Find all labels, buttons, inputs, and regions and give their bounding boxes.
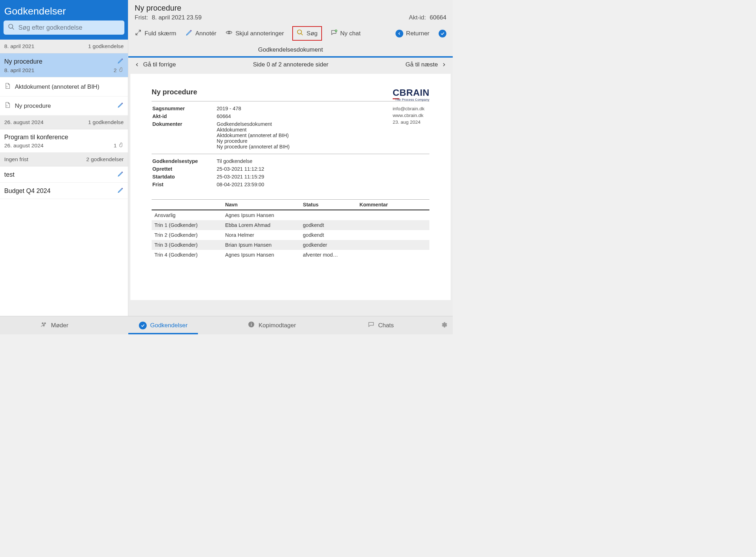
- group-header: Ingen frist2 godkendelser: [0, 153, 128, 166]
- table-row: AnsvarligAgnes Ipsum Hansen: [152, 210, 429, 220]
- fullscreen-icon: [135, 29, 142, 38]
- approval-steps-table: Navn Status Kommentar AnsvarligAgnes Ips…: [152, 199, 429, 260]
- record-title: Ny procedure: [135, 4, 446, 13]
- arrow-left-icon: [395, 30, 403, 37]
- search-button[interactable]: Søg: [292, 26, 322, 41]
- group-date: Ingen frist: [4, 156, 28, 163]
- main-panel: Ny procedure Frist: 8. april 2021 23.59 …: [128, 0, 453, 316]
- company-date: 23. aug 2024: [393, 119, 429, 126]
- document-row[interactable]: AAktdokument (annoteret af BIH): [0, 77, 128, 96]
- nav-chats[interactable]: Chats: [326, 316, 435, 334]
- people-icon: [40, 321, 47, 330]
- svg-point-5: [298, 30, 302, 34]
- sidebar-header: Godkendelser: [0, 0, 128, 40]
- nav-approvals[interactable]: Godkendelser: [109, 316, 218, 334]
- paperclip-icon: [119, 142, 124, 149]
- table-row: Trin 3 (Godkender)Brian Ipsum Hansengodk…: [152, 240, 429, 250]
- return-button[interactable]: Returner: [395, 30, 429, 37]
- approve-check-icon[interactable]: [439, 30, 446, 37]
- nav-copyrecipient[interactable]: Kopimodtager: [218, 316, 327, 334]
- document-title: Aktdokument (annoteret af BIH): [15, 83, 99, 90]
- deadline-value: 8. april 2021 23.59: [152, 14, 202, 21]
- gear-icon: [440, 321, 447, 330]
- chat-icon: [368, 321, 375, 330]
- chat-plus-icon: [330, 29, 338, 38]
- item-date: 26. august 2024: [4, 142, 43, 149]
- doc-name: Aktdokument: [217, 127, 429, 133]
- group-date: 8. april 2021: [4, 43, 34, 49]
- fullscreen-button[interactable]: Fuld skærm: [135, 29, 176, 38]
- pencil-icon: [117, 102, 124, 110]
- akt-id-label: Akt-id:: [409, 14, 426, 21]
- pdf-icon: A: [4, 101, 11, 110]
- akt-id: Akt-id: 60664: [409, 14, 446, 21]
- search-icon: [8, 23, 15, 32]
- doc-name: Aktdokument (annoteret af BIH): [217, 133, 429, 138]
- svg-rect-13: [251, 323, 252, 323]
- company-block: CBRAIN The Process Company info@cbrain.d…: [393, 88, 429, 126]
- paperclip-icon: [119, 67, 124, 74]
- search-icon: [297, 29, 304, 38]
- prev-page-button[interactable]: Gå til forrige: [135, 61, 176, 68]
- doc-heading: Ny procedure: [152, 88, 429, 96]
- item-title: Budget Q4 2024: [4, 187, 51, 195]
- document-tab[interactable]: Godkendelsesdokument: [128, 43, 453, 58]
- annotate-button[interactable]: Annotér: [186, 29, 217, 38]
- group-count: 1 godkendelse: [88, 43, 124, 49]
- item-title: Ny procedure: [4, 58, 42, 65]
- table-row: Trin 4 (Godkender)Agnes Ipsum Hansenafve…: [152, 250, 429, 260]
- svg-point-9: [44, 322, 46, 324]
- approval-list: 8. april 20211 godkendelseNy procedure8.…: [0, 40, 128, 316]
- search-field[interactable]: [4, 20, 124, 35]
- svg-point-4: [228, 32, 230, 34]
- document-title: Ny procedure: [15, 102, 51, 110]
- approval-item[interactable]: Budget Q4 2024: [0, 183, 128, 199]
- settings-button[interactable]: [435, 316, 453, 334]
- svg-text:A: A: [6, 105, 8, 107]
- group-count: 2 godkendelser: [86, 156, 124, 163]
- document-viewport[interactable]: CBRAIN The Process Company info@cbrain.d…: [128, 72, 453, 316]
- item-meta: 2: [113, 67, 124, 74]
- approval-item[interactable]: test: [0, 166, 128, 183]
- item-date: 8. april 2021: [4, 67, 34, 74]
- info-icon: [248, 321, 255, 330]
- pdf-icon: A: [4, 82, 11, 91]
- doc-name: Ny procedure (annoteret af BIH): [217, 144, 429, 149]
- nav-meetings[interactable]: Møder: [0, 316, 109, 334]
- deadline-label: Frist:: [135, 14, 148, 21]
- company-web: www.cbrain.dk: [393, 112, 429, 119]
- pencil-icon: [117, 58, 124, 66]
- page-status: Side 0 af 2 annoterede sider: [253, 61, 329, 68]
- deadline: Frist: 8. april 2021 23.59: [135, 14, 201, 21]
- sidebar-title: Godkendelser: [4, 4, 124, 20]
- item-title: test: [4, 171, 14, 178]
- doc-name: Ny procedure: [217, 138, 429, 144]
- approval-item[interactable]: Ny procedure8. april 20212: [0, 53, 128, 77]
- search-input[interactable]: [18, 24, 120, 31]
- new-chat-button[interactable]: Ny chat: [330, 29, 361, 38]
- svg-point-0: [9, 24, 13, 29]
- document-page: CBRAIN The Process Company info@cbrain.d…: [130, 74, 451, 300]
- table-row: Trin 1 (Godkender)Ebba Lorem Ahmadgodken…: [152, 220, 429, 230]
- next-page-button[interactable]: Gå til næste: [405, 61, 446, 68]
- akt-id-value: 60664: [430, 14, 446, 21]
- svg-line-1: [12, 28, 14, 30]
- pager: Gå til forrige Side 0 af 2 annoterede si…: [128, 58, 453, 72]
- group-date: 26. august 2024: [4, 119, 43, 125]
- group-count: 1 godkendelse: [88, 119, 124, 125]
- approval-item[interactable]: Program til konference26. august 20241: [0, 129, 128, 153]
- doc-meta-1: Sagsnummer2019 - 478 Akt-id60664 Dokumen…: [152, 104, 429, 151]
- pencil-icon: [186, 29, 193, 38]
- toolbar: Fuld skærm Annotér Skjul annoteringer: [128, 23, 453, 43]
- pencil-icon: [117, 171, 124, 179]
- bottom-nav: Møder Godkendelser Kopimodtager Chats: [0, 316, 453, 334]
- item-meta: 1: [113, 142, 124, 149]
- group-header: 8. april 20211 godkendelse: [0, 40, 128, 53]
- check-circle-icon: [139, 322, 147, 329]
- hide-annotations-button[interactable]: Skjul annoteringer: [225, 29, 284, 38]
- svg-text:A: A: [6, 86, 8, 88]
- document-row[interactable]: ANy procedure: [0, 96, 128, 116]
- company-email: info@cbrain.dk: [393, 106, 429, 112]
- doc-meta-2: GodkendelsestypeTil godkendelse Oprettet…: [152, 157, 429, 189]
- eye-icon: [225, 29, 233, 38]
